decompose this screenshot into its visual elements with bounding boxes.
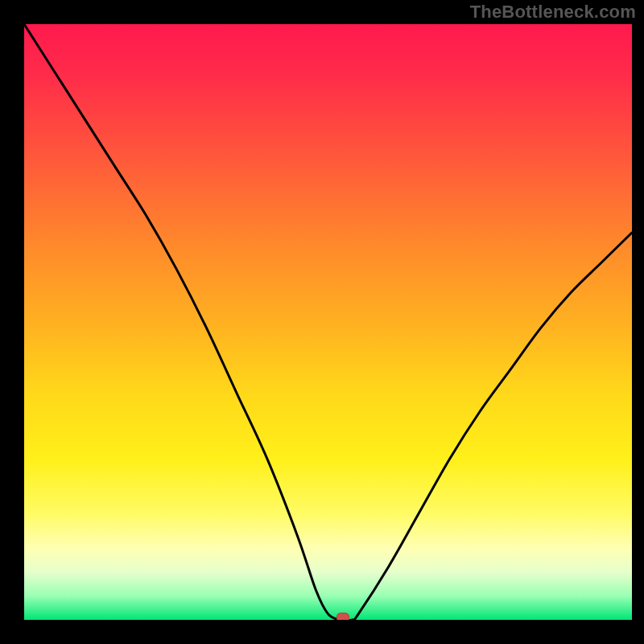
chart-frame: TheBottleneck.com	[0, 0, 644, 644]
curve-path	[24, 24, 632, 620]
bottleneck-curve	[24, 24, 632, 620]
optimal-point-marker	[336, 613, 349, 620]
plot-area	[24, 24, 632, 620]
watermark-text: TheBottleneck.com	[470, 2, 636, 23]
